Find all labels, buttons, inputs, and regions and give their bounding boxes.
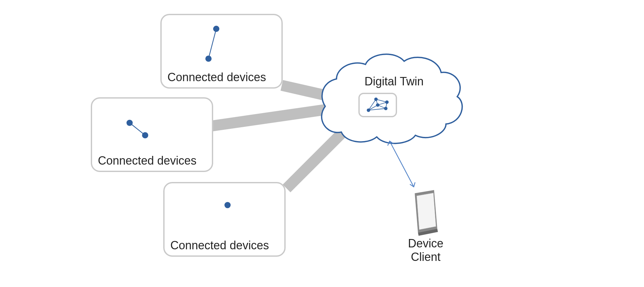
device-icon	[415, 190, 438, 236]
svg-point-20	[374, 98, 377, 101]
svg-point-5	[213, 26, 219, 32]
svg-line-4	[208, 29, 216, 59]
digital-twin-box	[358, 93, 397, 117]
device-label-line2: Client	[393, 250, 458, 264]
card-connected-devices-bottom: Connected devices	[163, 182, 286, 257]
svg-point-8	[127, 120, 133, 126]
cloud-device-arrow	[388, 141, 415, 187]
card-bottom-label: Connected devices	[170, 239, 269, 252]
card-top-label: Connected devices	[167, 71, 266, 84]
svg-point-23	[376, 104, 379, 107]
svg-point-6	[205, 56, 212, 62]
svg-point-19	[367, 109, 370, 112]
svg-line-0	[390, 141, 414, 187]
svg-point-21	[385, 101, 388, 104]
device-client-label: Device Client	[393, 237, 458, 264]
cloud-label: Digital Twin	[365, 75, 423, 88]
svg-point-22	[384, 107, 387, 110]
twin-graph-icon	[360, 94, 396, 116]
card-middle-label: Connected devices	[98, 154, 196, 167]
card-connected-devices-top: Connected devices	[160, 14, 283, 89]
device-label-line1: Device	[393, 237, 458, 250]
diagram-stage: Connected devices Connected devices Conn…	[0, 0, 644, 287]
card-connected-devices-middle: Connected devices	[91, 97, 213, 172]
svg-marker-2	[417, 193, 436, 230]
svg-point-10	[224, 202, 231, 208]
svg-line-11	[368, 99, 376, 110]
svg-point-9	[142, 132, 148, 138]
